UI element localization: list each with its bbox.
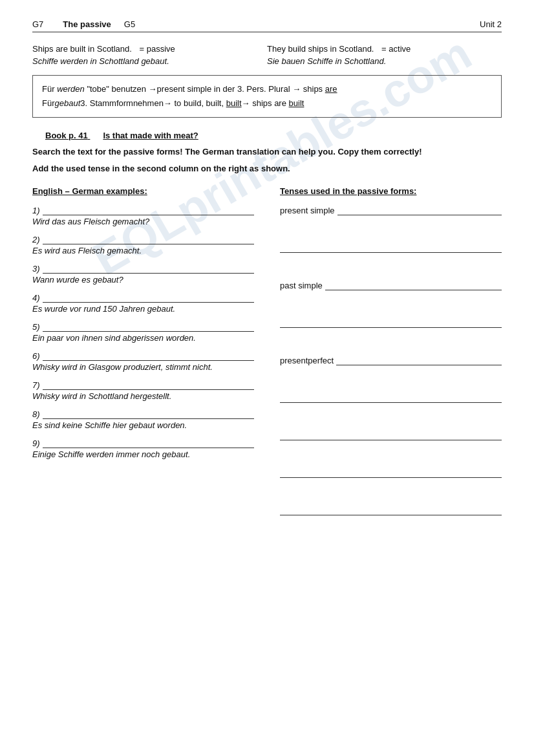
active-tag: = active bbox=[381, 44, 411, 54]
ex-9-german: Einige Schiffe werden immer noch gebaut. bbox=[32, 449, 254, 459]
tense-label-5: presentperfect bbox=[280, 356, 334, 365]
tense-9-underline bbox=[280, 504, 502, 515]
tense-8-underline bbox=[280, 466, 502, 478]
tense-label-3: past simple bbox=[280, 281, 323, 290]
tense-6 bbox=[280, 391, 502, 403]
ex-7-german: Whisky wird in Schottland hergestellt. bbox=[32, 391, 254, 401]
ex-num-6: 6) bbox=[32, 351, 40, 361]
ex-3-german: Wann wurde es gebaut? bbox=[32, 275, 254, 285]
tense-7 bbox=[280, 429, 502, 440]
ex-num-2: 2) bbox=[32, 235, 40, 244]
tense-1-spacer bbox=[280, 217, 502, 241]
exercise-7-line: 7) bbox=[32, 378, 254, 390]
exercise-7: 7) Whisky wird in Schottland hergestellt… bbox=[32, 378, 254, 401]
examples-row: Ships are built in Scotland. = passive T… bbox=[32, 44, 502, 54]
german-examples-row: Schiffe werden in Schottland gebaut. Sie… bbox=[32, 56, 502, 66]
ex-3-underline bbox=[43, 262, 254, 274]
tense-5-underline bbox=[336, 354, 502, 365]
ex-2-underline bbox=[43, 233, 254, 244]
passive-sentence: Ships are built in Scotland. bbox=[32, 44, 132, 54]
exercise-6-line: 6) bbox=[32, 349, 254, 361]
passive-tag: = passive bbox=[140, 44, 175, 54]
tense-4-underline bbox=[280, 316, 502, 328]
book-reference: Book p. 41 Is that made with meat? bbox=[32, 131, 502, 140]
ex-7-underline bbox=[43, 378, 254, 390]
tense-3-underline bbox=[325, 279, 502, 290]
instruction-2: Add the used tense in the second column … bbox=[32, 162, 502, 175]
ex-8-german: Es sind keine Schiffe hier gebaut worden… bbox=[32, 420, 254, 430]
ex-1-underline bbox=[43, 204, 254, 215]
tense-9 bbox=[280, 504, 502, 515]
ex-2-german: Es wird aus Fleisch gemacht. bbox=[32, 246, 254, 255]
tense-7-spacer bbox=[280, 442, 502, 466]
exercise-5: 5) Ein paar von ihnen sind abgerissen wo… bbox=[32, 320, 254, 343]
tense-6-underline bbox=[280, 391, 502, 403]
tense-5: presentperfect bbox=[280, 354, 502, 365]
tense-2 bbox=[280, 241, 502, 253]
ex-num-1: 1) bbox=[32, 206, 40, 215]
exercise-9: 9) Einige Schiffe werden immer noch geba… bbox=[32, 437, 254, 459]
ex-num-4: 4) bbox=[32, 293, 40, 303]
header-g7: G7 bbox=[32, 19, 43, 29]
book-page: Book p. 41 bbox=[45, 131, 88, 140]
book-title: Is that made with meat? bbox=[103, 131, 198, 140]
ex-5-german: Ein paar von ihnen sind abgerissen worde… bbox=[32, 333, 254, 343]
ex-4-german: Es wurde vor rund 150 Jahren gebaut. bbox=[32, 304, 254, 314]
tense-8-spacer bbox=[280, 479, 502, 504]
exercise-5-line: 5) bbox=[32, 320, 254, 332]
tense-1: present simple bbox=[280, 204, 502, 215]
left-column: English – German examples: 1) Wird das a… bbox=[32, 186, 267, 517]
info-box: Für werden "tobe" benutzen →present simp… bbox=[32, 75, 502, 118]
active-german: Sie bauen Schiffe in Schottland. bbox=[267, 56, 502, 66]
tense-2-underline bbox=[280, 241, 502, 253]
tense-7-underline bbox=[280, 429, 502, 440]
tense-3: past simple bbox=[280, 279, 502, 290]
ex-num-9: 9) bbox=[32, 438, 40, 448]
exercise-2-line: 2) bbox=[32, 233, 254, 244]
exercise-4-line: 4) bbox=[32, 291, 254, 303]
header-unit: Unit 2 bbox=[480, 19, 502, 29]
active-example: They build ships in Scotland. = active bbox=[267, 44, 502, 54]
right-column: Tenses used in the passive forms: presen… bbox=[267, 186, 502, 517]
ex-1-german: Wird das aus Fleisch gemacht? bbox=[32, 217, 254, 226]
active-sentence: They build ships in Scotland. bbox=[267, 44, 374, 54]
exercise-4: 4) Es wurde vor rund 150 Jahren gebaut. bbox=[32, 291, 254, 314]
tense-8 bbox=[280, 466, 502, 478]
left-col-header: English – German examples: bbox=[32, 186, 254, 196]
ex-5-underline bbox=[43, 320, 254, 332]
ex-9-underline bbox=[43, 437, 254, 448]
tense-5-spacer bbox=[280, 367, 502, 391]
exercise-3: 3) Wann wurde es gebaut? bbox=[32, 262, 254, 285]
info-line2: Fürgebaut3. Stammformnehmen→ to build, b… bbox=[42, 96, 492, 111]
header-g5: G5 bbox=[124, 19, 135, 29]
tense-4 bbox=[280, 316, 502, 328]
ex-6-underline bbox=[43, 349, 254, 361]
header-title: The passive bbox=[63, 19, 111, 29]
tense-4-spacer bbox=[280, 329, 502, 354]
tense-3-spacer bbox=[280, 292, 502, 316]
exercise-2: 2) Es wird aus Fleisch gemacht. bbox=[32, 233, 254, 255]
ex-num-3: 3) bbox=[32, 264, 40, 274]
ex-4-underline bbox=[43, 291, 254, 303]
exercise-1-line: 1) bbox=[32, 204, 254, 215]
tense-6-spacer bbox=[280, 404, 502, 429]
exercise-6: 6) Whisky wird in Glasgow produziert, st… bbox=[32, 349, 254, 372]
right-col-header: Tenses used in the passive forms: bbox=[280, 186, 502, 196]
tense-2-spacer bbox=[280, 254, 502, 279]
exercise-columns: English – German examples: 1) Wird das a… bbox=[32, 186, 502, 517]
ex-num-5: 5) bbox=[32, 322, 40, 332]
exercise-3-line: 3) bbox=[32, 262, 254, 274]
exercise-8-line: 8) bbox=[32, 407, 254, 419]
passive-german: Schiffe werden in Schottland gebaut. bbox=[32, 56, 267, 66]
exercise-8: 8) Es sind keine Schiffe hier gebaut wor… bbox=[32, 407, 254, 430]
tense-label-1: present simple bbox=[280, 206, 335, 215]
info-line1: Für werden "tobe" benutzen →present simp… bbox=[42, 82, 492, 96]
ex-num-8: 8) bbox=[32, 409, 40, 419]
passive-example: Ships are built in Scotland. = passive bbox=[32, 44, 267, 54]
exercise-9-line: 9) bbox=[32, 437, 254, 448]
page-header: G7 The passive G5 Unit 2 bbox=[32, 19, 502, 32]
instruction-1: Search the text for the passive forms! T… bbox=[32, 146, 502, 158]
ex-8-underline bbox=[43, 407, 254, 419]
ex-6-german: Whisky wird in Glasgow produziert, stimm… bbox=[32, 362, 254, 372]
exercise-1: 1) Wird das aus Fleisch gemacht? bbox=[32, 204, 254, 226]
